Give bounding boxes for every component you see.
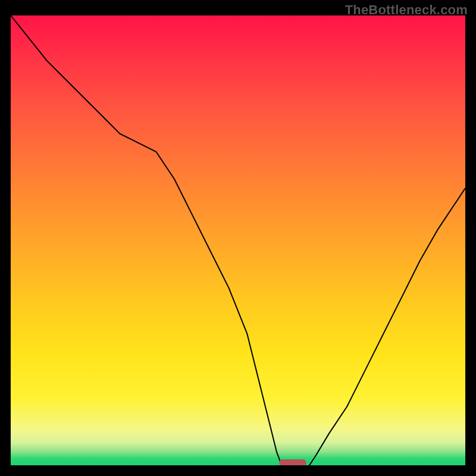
plot-area bbox=[11, 15, 465, 465]
optimal-marker bbox=[279, 459, 306, 465]
bottleneck-curve bbox=[11, 15, 465, 465]
watermark-text: TheBottleneck.com bbox=[345, 2, 468, 18]
curve-svg bbox=[11, 15, 465, 465]
chart-frame: TheBottleneck.com bbox=[0, 0, 476, 476]
